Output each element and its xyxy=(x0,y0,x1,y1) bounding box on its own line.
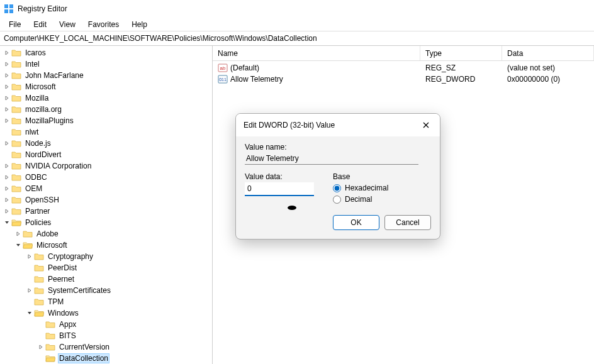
chevron-right-icon[interactable] xyxy=(3,82,11,91)
close-icon[interactable] xyxy=(420,119,432,131)
folder-icon xyxy=(45,331,55,340)
tree-item[interactable]: Microsoft xyxy=(0,240,212,251)
list-row[interactable]: ab(Default)REG_SZ(value not set) xyxy=(213,62,594,74)
value-type: REG_DWORD xyxy=(420,75,502,84)
tree-item[interactable]: SystemCertificates xyxy=(0,285,212,296)
chevron-right-icon[interactable] xyxy=(3,94,11,102)
column-header-type[interactable]: Type xyxy=(420,46,502,60)
menu-help[interactable]: Help xyxy=(125,19,154,30)
svg-text:ab: ab xyxy=(220,65,226,71)
chevron-right-icon[interactable] xyxy=(3,207,11,216)
value-icon: ab xyxy=(218,63,228,73)
tree-item[interactable]: Microsoft xyxy=(0,81,212,92)
chevron-right-icon[interactable] xyxy=(25,252,34,261)
tree-item[interactable]: Policies xyxy=(0,217,212,228)
tree-item[interactable]: NordDivert xyxy=(0,149,212,160)
tree-item[interactable]: Node.js xyxy=(0,138,212,149)
chevron-right-icon[interactable] xyxy=(3,60,11,69)
chevron-right-icon[interactable] xyxy=(3,105,11,114)
menu-edit[interactable]: Edit xyxy=(27,19,53,30)
chevron-down-icon[interactable] xyxy=(25,309,34,317)
list-row[interactable]: 011Allow TelemetryREG_DWORD0x00000000 (0… xyxy=(213,74,594,85)
tree-item[interactable]: Appx xyxy=(0,319,212,330)
folder-icon xyxy=(45,354,55,363)
value-data-field[interactable] xyxy=(245,182,314,196)
tree-item-label: Appx xyxy=(58,320,77,329)
folder-icon xyxy=(11,196,21,204)
radio-dec-row[interactable]: Decimal xyxy=(333,195,388,204)
tree-item[interactable]: John MacFarlane xyxy=(0,70,212,81)
chevron-right-icon[interactable] xyxy=(3,139,11,148)
tree-item[interactable]: Adobe xyxy=(0,228,212,240)
tree-item-label: nlwt xyxy=(24,128,40,136)
value-name-field[interactable] xyxy=(245,153,418,165)
tree-item[interactable]: OpenSSH xyxy=(0,194,212,206)
tree-item[interactable]: DataCollection xyxy=(0,353,212,364)
column-header-name[interactable]: Name xyxy=(213,46,420,60)
radio-dec[interactable] xyxy=(333,196,341,204)
folder-icon xyxy=(34,297,44,306)
chevron-right-icon[interactable] xyxy=(3,71,11,80)
svg-text:011: 011 xyxy=(219,77,227,82)
chevron-right-icon[interactable] xyxy=(3,196,11,204)
folder-icon xyxy=(34,309,44,317)
ok-button[interactable]: OK xyxy=(333,215,379,230)
tree-item[interactable]: TPM xyxy=(0,296,212,307)
value-data: (value not set) xyxy=(502,63,594,72)
folder-icon xyxy=(23,229,33,238)
tree-item[interactable]: BITS xyxy=(0,330,212,341)
menu-file[interactable]: File xyxy=(3,19,27,30)
tree-item[interactable]: mozilla.org xyxy=(0,104,212,115)
radio-hex-row[interactable]: Hexadecimal xyxy=(333,184,388,192)
tree-item[interactable]: Mozilla xyxy=(0,92,212,104)
tree-item-label: OEM xyxy=(24,184,43,193)
app-icon xyxy=(4,4,14,14)
titlebar: Registry Editor xyxy=(0,0,594,18)
tree-item-label: Peernet xyxy=(47,275,76,284)
chevron-right-icon[interactable] xyxy=(25,286,34,295)
tree-item-label: Partner xyxy=(24,207,51,216)
chevron-right-icon[interactable] xyxy=(14,229,23,238)
chevron-right-icon[interactable] xyxy=(3,116,11,125)
tree-item[interactable]: nlwt xyxy=(0,126,212,138)
tree-item[interactable]: CurrentVersion xyxy=(0,341,212,353)
value-type: REG_SZ xyxy=(420,63,502,72)
value-name: Allow Telemetry xyxy=(230,75,283,84)
chevron-right-icon[interactable] xyxy=(3,184,11,193)
chevron-right-icon[interactable] xyxy=(36,343,45,351)
cancel-button[interactable]: Cancel xyxy=(384,215,431,230)
svg-rect-3 xyxy=(9,9,13,13)
tree-item-label: Policies xyxy=(24,218,52,227)
menu-favorites[interactable]: Favorites xyxy=(82,19,125,30)
chevron-right-icon[interactable] xyxy=(3,162,11,170)
tree-pane[interactable]: IcarosIntelJohn MacFarlaneMicrosoftMozil… xyxy=(0,46,213,364)
cursor xyxy=(288,206,296,210)
chevron-right-icon[interactable] xyxy=(3,173,11,182)
tree-item[interactable]: OEM xyxy=(0,183,212,194)
tree-item[interactable]: Icaros xyxy=(0,47,212,58)
tree-item[interactable]: Cryptography xyxy=(0,251,212,262)
tree-item[interactable]: ODBC xyxy=(0,172,212,183)
menu-view[interactable]: View xyxy=(53,19,82,30)
value-data: 0x00000000 (0) xyxy=(502,75,594,84)
tree-item[interactable]: Windows xyxy=(0,307,212,319)
tree-item[interactable]: Peernet xyxy=(0,273,212,285)
chevron-right-icon[interactable] xyxy=(3,48,11,57)
tree-item-label: DataCollection xyxy=(58,353,109,363)
tree-item-label: SystemCertificates xyxy=(47,286,112,295)
chevron-down-icon[interactable] xyxy=(3,218,11,227)
tree-item[interactable]: MozillaPlugins xyxy=(0,115,212,126)
tree-item[interactable]: NVIDIA Corporation xyxy=(0,160,212,172)
folder-icon xyxy=(34,286,44,295)
folder-icon xyxy=(34,275,44,284)
tree-item[interactable]: Partner xyxy=(0,206,212,217)
folder-icon xyxy=(34,263,44,272)
chevron-down-icon[interactable] xyxy=(14,241,23,250)
address-bar[interactable]: Computer\HKEY_LOCAL_MACHINE\SOFTWARE\Pol… xyxy=(0,31,594,46)
radio-hex[interactable] xyxy=(333,184,341,192)
column-header-data[interactable]: Data xyxy=(502,46,594,60)
tree-item[interactable]: Intel xyxy=(0,58,212,70)
list-body: ab(Default)REG_SZ(value not set)011Allow… xyxy=(213,61,594,86)
dialog-buttons: OK Cancel xyxy=(236,207,440,239)
tree-item[interactable]: PeerDist xyxy=(0,262,212,273)
